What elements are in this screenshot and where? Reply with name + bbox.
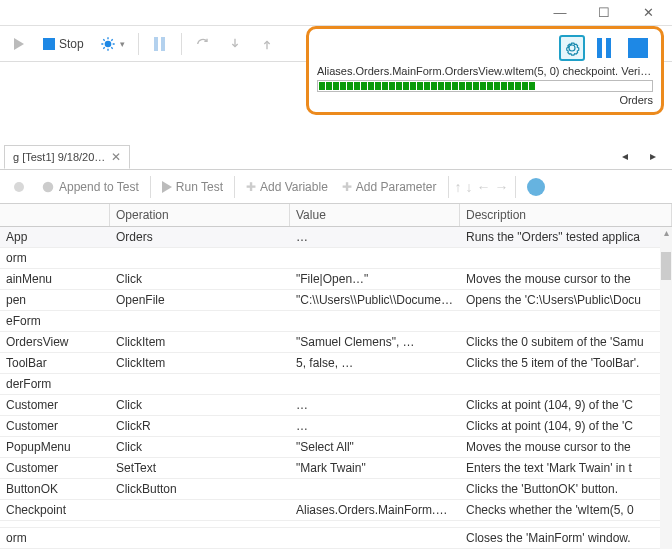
move-down-icon[interactable]: ↓ — [466, 179, 473, 195]
cell-c1: Customer — [0, 395, 110, 415]
cell-c3: … — [290, 395, 460, 415]
cell-c3: … — [290, 227, 460, 247]
cell-c1: orm — [0, 248, 110, 268]
append-label: Append to Test — [59, 180, 139, 194]
cell-c1: Checkpoint — [0, 500, 110, 520]
progress-pause-button[interactable] — [591, 35, 617, 61]
cell-c1: pen — [0, 290, 110, 310]
cell-c3: "C:\\Users\\Public\\Documents\\ — [290, 290, 460, 310]
cell-c3: Aliases.Orders.MainForm.Orders — [290, 500, 460, 520]
cell-c3 — [290, 248, 460, 268]
cell-c2 — [110, 500, 290, 520]
window-close[interactable]: ✕ — [626, 1, 670, 25]
table-row[interactable]: derForm — [0, 374, 672, 395]
cell-c2: ClickItem — [110, 332, 290, 352]
cell-c2: ClickR — [110, 416, 290, 436]
table-row[interactable]: eForm — [0, 311, 672, 332]
cell-c1: orm — [0, 528, 110, 548]
table-row[interactable] — [0, 521, 672, 528]
cell-c1: derForm — [0, 374, 110, 394]
cell-c3 — [290, 521, 460, 527]
tab-test1[interactable]: g [Test1] 9/18/20… ✕ — [4, 145, 130, 169]
col-description[interactable]: Description — [460, 204, 672, 226]
table-row[interactable]: penOpenFile"C:\\Users\\Public\\Documents… — [0, 290, 672, 311]
titlebar: — ☐ ✕ — [0, 0, 672, 26]
cell-c2: Orders — [110, 227, 290, 247]
cell-c1: OrdersView — [0, 332, 110, 352]
run-test-button[interactable]: Run Test — [157, 174, 228, 200]
add-variable-button[interactable]: ✚ Add Variable — [241, 174, 333, 200]
col-value[interactable]: Value — [290, 204, 460, 226]
progress-bar-fill — [319, 82, 535, 90]
cell-c3 — [290, 528, 460, 548]
table-row[interactable]: ButtonOKClickButtonClicks the 'ButtonOK'… — [0, 479, 672, 500]
cell-c2: Click — [110, 269, 290, 289]
step-out-button[interactable] — [254, 31, 280, 57]
addvar-label: Add Variable — [260, 180, 328, 194]
cell-c2 — [110, 374, 290, 394]
vertical-scrollbar[interactable]: ▴ — [660, 227, 672, 549]
run-label: Run Test — [176, 180, 223, 194]
cell-c4 — [460, 374, 672, 394]
table-row[interactable]: CustomerClickR…Clicks at point (104, 9) … — [0, 416, 672, 437]
cell-c4: Checks whether the 'wItem(5, 0 — [460, 500, 672, 520]
cell-c1: ToolBar — [0, 353, 110, 373]
stop-button[interactable]: Stop — [38, 31, 89, 57]
cell-c4: Closes the 'MainForm' window. — [460, 528, 672, 548]
speech-button[interactable] — [522, 174, 550, 200]
cell-c4 — [460, 248, 672, 268]
move-left-icon[interactable]: ← — [477, 179, 491, 195]
move-up-icon[interactable]: ↑ — [455, 179, 462, 195]
test-toolbar: Append to Test Run Test ✚ Add Variable ✚… — [0, 170, 672, 204]
add-parameter-button[interactable]: ✚ Add Parameter — [337, 174, 442, 200]
step-into-button[interactable] — [222, 31, 248, 57]
scrollbar-thumb[interactable] — [661, 252, 671, 280]
table-row[interactable]: CustomerSetText"Mark Twain"Enters the te… — [0, 458, 672, 479]
tab-scroll-right[interactable]: ▸ — [640, 143, 666, 169]
progress-bar — [317, 80, 653, 92]
play-button[interactable] — [6, 31, 32, 57]
table-row[interactable]: ainMenuClick"File|Open…"Moves the mouse … — [0, 269, 672, 290]
cell-c1: eForm — [0, 311, 110, 331]
cell-c2 — [110, 248, 290, 268]
append-to-test-button[interactable]: Append to Test — [36, 174, 144, 200]
record-button[interactable] — [6, 174, 32, 200]
cell-c2: ClickButton — [110, 479, 290, 499]
col-item[interactable] — [0, 204, 110, 226]
table-row[interactable]: AppOrders…Runs the "Orders" tested appli… — [0, 227, 672, 248]
table-row[interactable]: PopupMenuClick"Select All"Moves the mous… — [0, 437, 672, 458]
cell-c1: Customer — [0, 416, 110, 436]
progress-stop-button[interactable] — [623, 35, 653, 61]
col-operation[interactable]: Operation — [110, 204, 290, 226]
table-row[interactable]: ToolBarClickItem5, false, …Clicks the 5 … — [0, 353, 672, 374]
step-over-button[interactable] — [190, 31, 216, 57]
table-row[interactable]: CustomerClick…Clicks at point (104, 9) o… — [0, 395, 672, 416]
cell-c4: Clicks at point (104, 9) of the 'C — [460, 395, 672, 415]
table-row[interactable]: ormCloses the 'MainForm' window. — [0, 528, 672, 549]
cell-c1: ButtonOK — [0, 479, 110, 499]
cell-c3 — [290, 311, 460, 331]
cell-c4 — [460, 311, 672, 331]
tab-close-icon[interactable]: ✕ — [111, 150, 121, 164]
settings-button[interactable] — [559, 35, 585, 61]
stop-label: Stop — [59, 37, 84, 51]
table-row[interactable]: OrdersViewClickItem"Samuel Clemens", …Cl… — [0, 332, 672, 353]
cell-c4: Opens the 'C:\Users\Public\Docu — [460, 290, 672, 310]
table-row[interactable]: CheckpointAliases.Orders.MainForm.Orders… — [0, 500, 672, 521]
cell-c2: ClickItem — [110, 353, 290, 373]
cell-c2: Click — [110, 437, 290, 457]
cell-c4: Clicks the 'ButtonOK' button. — [460, 479, 672, 499]
cell-c4: Clicks the 5 item of the 'ToolBar'. — [460, 353, 672, 373]
tab-scroll-left[interactable]: ◂ — [612, 143, 638, 169]
pause-button[interactable] — [147, 31, 173, 57]
cell-c1: App — [0, 227, 110, 247]
cell-c3: 5, false, … — [290, 353, 460, 373]
move-right-icon[interactable]: → — [495, 179, 509, 195]
window-minimize[interactable]: — — [538, 1, 582, 25]
window-maximize[interactable]: ☐ — [582, 1, 626, 25]
table-row[interactable]: orm — [0, 248, 672, 269]
tabbar: g [Test1] 9/18/20… ✕ ◂ ▸ — [0, 142, 672, 170]
cell-c3: "Samuel Clemens", … — [290, 332, 460, 352]
cell-c4: Moves the mouse cursor to the — [460, 437, 672, 457]
debug-button[interactable]: ▾ — [95, 31, 130, 57]
